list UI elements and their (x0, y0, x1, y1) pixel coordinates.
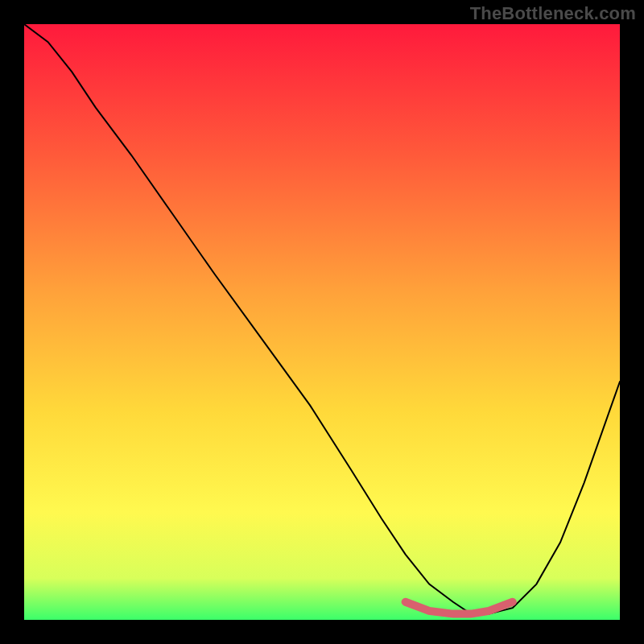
watermark-text: TheBottleneck.com (470, 3, 636, 24)
plot-area (24, 24, 620, 620)
chart-svg (24, 24, 620, 620)
gradient-background (24, 24, 620, 620)
chart-frame: TheBottleneck.com (0, 0, 644, 644)
